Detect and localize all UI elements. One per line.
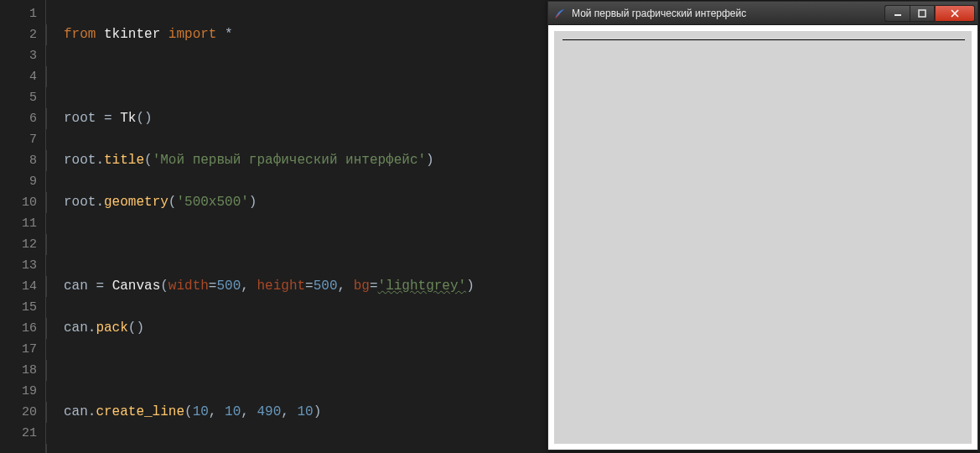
line-number: 12 — [0, 234, 37, 255]
line-number: 9 — [0, 171, 37, 192]
feather-icon — [553, 7, 567, 20]
line-number: 14 — [0, 276, 37, 297]
tkinter-canvas[interactable] — [554, 31, 972, 444]
line-number-gutter: 1 2 3 4 5 6 7 8 9 10 11 12 13 14 15 16 1… — [0, 0, 46, 453]
line-number: 10 — [0, 192, 37, 213]
line-number: 5 — [0, 87, 37, 108]
line-number: 19 — [0, 381, 37, 402]
code-line — [46, 360, 545, 381]
window-title: Мой первый графический интерфейс — [572, 8, 884, 19]
code-line: can.pack() — [46, 318, 545, 339]
code-line: can = Canvas(width=500, height=500, bg='… — [46, 276, 545, 297]
svg-rect-0 — [894, 14, 901, 16]
minimize-icon — [894, 9, 902, 18]
code-line: root.geometry('500x500') — [46, 192, 545, 213]
line-number: 3 — [0, 45, 37, 66]
code-line: can.create_line(10, 10, 490, 10) — [46, 402, 545, 423]
line-number: 2 — [0, 24, 37, 45]
code-line: root.title('Мой первый графический интер… — [46, 150, 545, 171]
window-controls — [884, 5, 975, 22]
canvas-drawn-line — [563, 39, 965, 40]
line-number: 8 — [0, 150, 37, 171]
line-number: 4 — [0, 66, 37, 87]
line-number: 1 — [0, 3, 37, 24]
minimize-button[interactable] — [884, 5, 910, 22]
line-number: 17 — [0, 339, 37, 360]
line-number: 18 — [0, 360, 37, 381]
line-number: 13 — [0, 255, 37, 276]
code-line: from tkinter import * — [46, 24, 545, 45]
line-number: 6 — [0, 108, 37, 129]
svg-rect-1 — [919, 10, 926, 17]
close-button[interactable] — [935, 5, 975, 22]
line-number: 15 — [0, 297, 37, 318]
line-number: 21 — [0, 423, 37, 444]
code-line — [46, 66, 545, 87]
code-area[interactable]: from tkinter import * root = Tk() root.t… — [46, 0, 545, 453]
line-number: 20 — [0, 402, 37, 423]
code-editor[interactable]: 1 2 3 4 5 6 7 8 9 10 11 12 13 14 15 16 1… — [0, 0, 545, 453]
titlebar[interactable]: Мой первый графический интерфейс — [548, 2, 977, 25]
code-line: root = Tk() — [46, 108, 545, 129]
tkinter-window[interactable]: Мой первый графический интерфейс — [547, 1, 978, 450]
line-number: 11 — [0, 213, 37, 234]
code-line — [46, 234, 545, 255]
maximize-button[interactable] — [910, 5, 935, 22]
close-icon — [950, 9, 960, 18]
maximize-icon — [918, 9, 926, 18]
line-number: 7 — [0, 129, 37, 150]
code-line — [46, 444, 545, 453]
line-number: 16 — [0, 318, 37, 339]
